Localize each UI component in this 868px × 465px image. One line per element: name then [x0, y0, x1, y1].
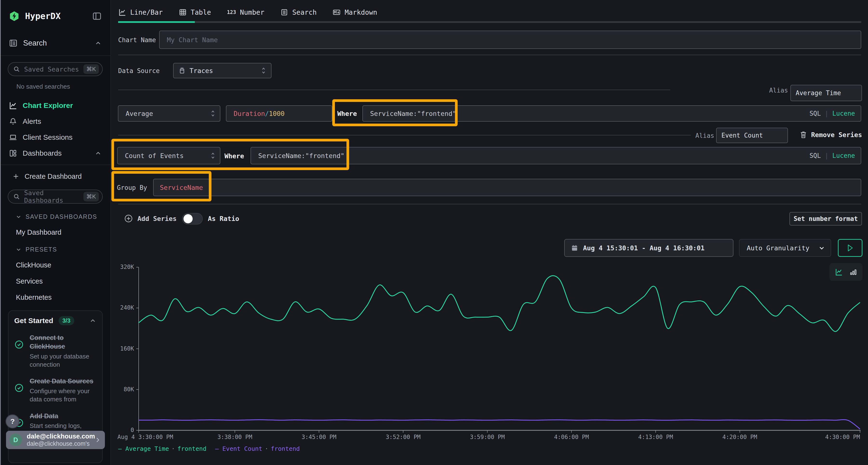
lucene-mode-button[interactable]: Lucene: [832, 110, 855, 117]
chart-legend: — Average Time·frontend— Event Count·fro…: [118, 445, 300, 452]
chart-name-input[interactable]: My Chart Name: [159, 31, 861, 49]
where-label: Where: [224, 152, 244, 160]
search-section-icon: [9, 38, 18, 48]
divider: [118, 204, 861, 204]
lucene-mode-button[interactable]: Lucene: [832, 152, 855, 159]
avatar: D: [9, 434, 22, 446]
sidebar-item-services[interactable]: Services: [0, 277, 111, 285]
get-started-item-datasources[interactable]: Create Data Sources Configure where your…: [14, 377, 96, 403]
sidebar-item-chart-explorer[interactable]: Chart Explorer: [0, 98, 111, 113]
tab-number[interactable]: 123 Number: [227, 5, 264, 19]
set-number-format-button[interactable]: Set number format: [789, 212, 862, 226]
date-range-input[interactable]: Aug 4 15:30:01 - Aug 4 16:30:01: [564, 239, 734, 257]
search-icon: [13, 193, 20, 200]
trash-icon: [800, 130, 807, 139]
sidebar-item-client-sessions[interactable]: Client Sessions: [0, 129, 111, 145]
as-ratio-label: As Ratio: [208, 215, 239, 222]
table-icon: [179, 8, 187, 16]
sidebar-item-kubernetes[interactable]: Kubernetes: [0, 294, 111, 301]
play-icon: [847, 244, 854, 252]
search-section-label: Search: [23, 39, 94, 47]
data-source-select[interactable]: Traces: [173, 63, 272, 78]
where-input-series-1[interactable]: ServiceName:"frontend" SQL | Lucene: [362, 105, 861, 122]
bell-icon: [9, 117, 18, 126]
granularity-value: Auto Granularity: [747, 244, 809, 252]
create-dashboard-button[interactable]: Create Dashboard: [0, 169, 111, 184]
alias-label: Alias: [769, 87, 788, 94]
chevron-right-icon: [94, 437, 101, 443]
window-edge: [0, 0, 1, 465]
aggregation-select-count[interactable]: Count of Events: [117, 147, 220, 164]
alias-input-average-time[interactable]: Average Time: [790, 85, 862, 101]
date-range-value: Aug 4 15:30:01 - Aug 4 16:30:01: [583, 244, 705, 252]
tab-underline: [118, 21, 861, 23]
chart-name-label: Chart Name: [118, 36, 156, 44]
sidebar-item-alerts[interactable]: Alerts: [0, 113, 111, 129]
sql-mode-button[interactable]: SQL: [809, 152, 821, 159]
laptop-icon: [9, 133, 18, 142]
user-email: dale@clickhouse.com: [27, 433, 94, 440]
as-ratio-toggle[interactable]: [182, 213, 203, 225]
field-expression-input[interactable]: Duration/1000: [226, 105, 332, 122]
sidebar-divider: [0, 165, 111, 165]
sidebar-collapse-icon[interactable]: [92, 11, 102, 21]
run-query-button[interactable]: [838, 239, 863, 257]
sidebar-item-dashboards[interactable]: Dashboards: [0, 145, 111, 161]
no-saved-searches-text: No saved searches: [0, 83, 111, 90]
view-tabbar: Line/Bar Table 123 Number Search Markdow…: [118, 5, 377, 19]
tab-table[interactable]: Table: [179, 5, 211, 19]
add-series-button[interactable]: Add Series: [124, 214, 177, 223]
user-subtitle: dale@clickhouse.com's: [27, 440, 94, 447]
chart-explorer-icon: [9, 101, 18, 110]
select-chevrons-icon: [210, 152, 216, 160]
tab-line-bar[interactable]: Line/Bar: [118, 5, 163, 19]
saved-dashboards-header[interactable]: SAVED DASHBOARDS: [0, 213, 111, 220]
chevron-up-icon[interactable]: [89, 317, 96, 324]
plus-icon: [12, 173, 19, 180]
sidebar-divider: [0, 56, 111, 56]
markdown-icon: [333, 8, 341, 16]
group-by-label: Group By: [117, 184, 147, 191]
tab-search[interactable]: Search: [280, 5, 317, 19]
saved-searches-placeholder: Saved Searches: [24, 66, 84, 73]
sidebar-item-clickhouse[interactable]: ClickHouse: [0, 261, 111, 269]
group-by-input[interactable]: ServiceName: [153, 179, 861, 196]
sidebar-section-search[interactable]: Search: [0, 37, 111, 49]
aggregation-select-average[interactable]: Average: [118, 105, 220, 122]
legend-item-average-time[interactable]: — Average Time·frontend: [118, 445, 207, 452]
divider: [118, 135, 691, 135]
chart-name-placeholder: My Chart Name: [167, 36, 218, 44]
presets-header[interactable]: PRESETS: [0, 246, 111, 253]
chevron-down-icon: [818, 244, 825, 252]
series-line-average-time: [138, 276, 860, 332]
sidebar-item-my-dashboard[interactable]: My Dashboard: [0, 228, 111, 236]
divider: [118, 55, 861, 55]
shortcut-badge: ⌘K: [84, 64, 99, 74]
get-started-progress-badge: 3/3: [59, 316, 74, 325]
granularity-select[interactable]: Auto Granularity: [739, 239, 831, 257]
circle-plus-icon: [124, 214, 133, 223]
number-123-icon: 123: [227, 9, 236, 15]
tab-markdown[interactable]: Markdown: [333, 5, 377, 19]
user-menu[interactable]: D dale@clickhouse.com dale@clickhouse.co…: [6, 431, 105, 449]
saved-dashboards-placeholder: Saved Dashboards: [24, 189, 84, 204]
saved-searches-input[interactable]: Saved Searches ⌘K: [8, 62, 103, 76]
data-source-label: Data Source: [118, 67, 160, 74]
sql-mode-button[interactable]: SQL: [809, 110, 821, 117]
remove-series-button[interactable]: Remove Series: [800, 130, 862, 139]
line-chart-icon: [118, 8, 126, 16]
saved-dashboards-input[interactable]: Saved Dashboards ⌘K: [8, 190, 103, 204]
where-input-series-2[interactable]: ServiceName:"frontend" SQL | Lucene: [250, 147, 861, 164]
timeseries-chart[interactable]: [133, 262, 862, 433]
get-started-item-connect[interactable]: Connect to ClickHouse Set up your databa…: [14, 333, 96, 369]
alias-input-event-count[interactable]: Event Count: [716, 128, 788, 143]
check-circle-icon: [14, 383, 24, 393]
divider: [118, 90, 670, 90]
legend-item-event-count[interactable]: — Event Count·frontend: [215, 445, 300, 452]
help-button[interactable]: ?: [5, 414, 20, 428]
search-icon: [13, 66, 20, 73]
chevron-down-icon: [16, 214, 22, 220]
calendar-icon: [571, 244, 578, 252]
series-line-event-count: [138, 420, 860, 429]
logo-row: HyperDX: [0, 0, 111, 22]
